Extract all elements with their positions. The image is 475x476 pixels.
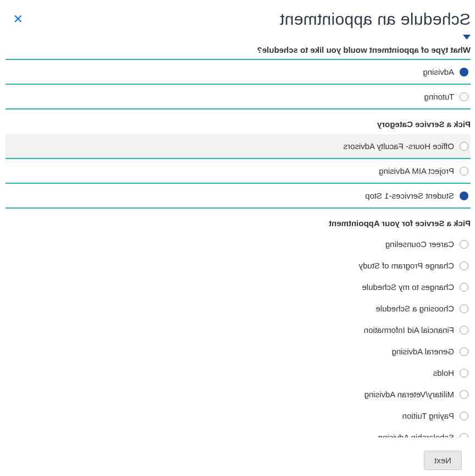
- section-heading-service-category: Pick a Service Category: [5, 110, 471, 134]
- option-label: Changes to my Schedule: [362, 282, 454, 292]
- radio-icon: [460, 192, 468, 200]
- chevron-down-icon: [463, 35, 471, 40]
- option-label: Change Program of Study: [359, 261, 454, 270]
- option-label: Advising: [423, 67, 454, 76]
- page-title: Schedule an appointment: [280, 10, 471, 29]
- radio-icon: [460, 304, 468, 313]
- option-label: Military/Veteran Advising: [364, 390, 454, 399]
- scroll-panel[interactable]: Schedule an appointment ✕ What type of a…: [5, 0, 475, 437]
- radio-icon: [460, 347, 468, 356]
- option-choosing-schedule[interactable]: Choosing a Schedule: [5, 298, 471, 319]
- option-change-program[interactable]: Change Program of Study: [5, 255, 471, 276]
- next-button[interactable]: Next: [424, 451, 462, 470]
- header-row: Schedule an appointment ✕: [5, 10, 471, 29]
- option-label: Student Services-1 Stop: [365, 191, 454, 200]
- option-military-veteran[interactable]: Military/Veteran Advising: [5, 384, 471, 405]
- option-tutoring[interactable]: Tutoring: [5, 85, 471, 110]
- section-heading-service: Pick a Service for your Appointment: [5, 209, 471, 233]
- option-label: Holds: [433, 368, 454, 377]
- radio-icon: [460, 240, 468, 249]
- option-scholarship-advising[interactable]: Scholarship Advising: [5, 426, 471, 437]
- section-heading-appointment-type: What type of appointment would you like …: [5, 43, 471, 60]
- footer-bar: Next: [0, 444, 475, 476]
- option-label: Choosing a Schedule: [375, 304, 454, 313]
- option-label: Scholarship Advising: [378, 433, 454, 437]
- option-career-counseling[interactable]: Career Counseling: [5, 233, 471, 255]
- option-advising[interactable]: Advising: [5, 60, 471, 85]
- option-general-advising[interactable]: General Advising: [5, 341, 471, 362]
- radio-icon: [460, 261, 468, 270]
- radio-icon: [460, 142, 468, 151]
- dropdown-indicator[interactable]: [5, 32, 471, 42]
- content-area: Schedule an appointment ✕ What type of a…: [5, 0, 475, 437]
- close-icon[interactable]: ✕: [9, 10, 27, 29]
- radio-icon: [460, 326, 468, 335]
- option-office-hours[interactable]: Office Hours- Faculty Advisors: [5, 134, 471, 159]
- option-changes-schedule[interactable]: Changes to my Schedule: [5, 276, 471, 298]
- option-paying-tuition[interactable]: Paying Tuition: [5, 405, 471, 426]
- option-label: Paying Tuition: [402, 411, 454, 420]
- radio-icon: [460, 433, 468, 438]
- option-label: Office Hours- Faculty Advisors: [344, 141, 454, 151]
- option-project-aim[interactable]: Project AIM Advising: [5, 159, 471, 184]
- radio-icon: [460, 390, 468, 399]
- option-label: Career Counseling: [385, 239, 454, 249]
- radio-icon: [460, 283, 468, 292]
- option-label: General Advising: [392, 347, 454, 356]
- radio-icon: [460, 167, 468, 176]
- option-label: Financial Aid Information: [364, 325, 454, 335]
- radio-icon: [460, 92, 468, 101]
- option-financial-aid[interactable]: Financial Aid Information: [5, 319, 471, 341]
- option-student-services[interactable]: Student Services-1 Stop: [5, 184, 471, 209]
- option-holds[interactable]: Holds: [5, 362, 471, 384]
- radio-icon: [460, 369, 468, 377]
- radio-icon: [460, 68, 468, 76]
- radio-icon: [460, 412, 468, 420]
- option-label: Project AIM Advising: [379, 166, 454, 176]
- option-label: Tutoring: [424, 92, 454, 101]
